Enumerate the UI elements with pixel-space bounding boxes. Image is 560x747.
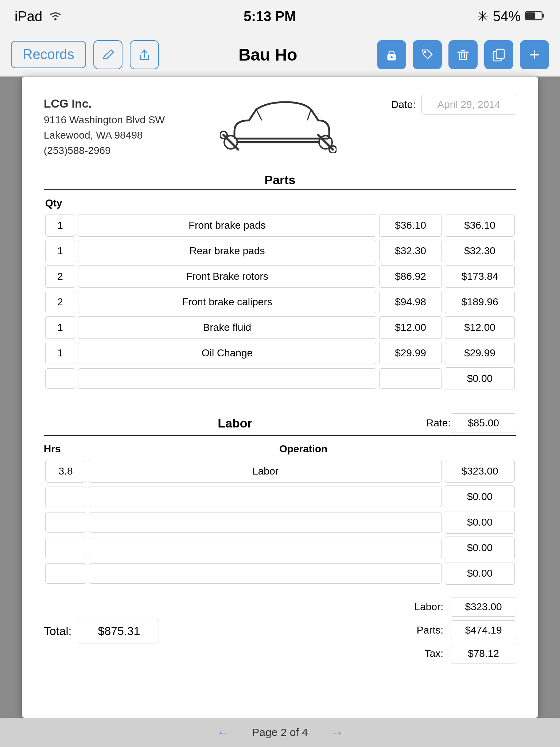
tag-button[interactable]	[413, 40, 442, 69]
labor-hrs-2[interactable]	[45, 512, 86, 533]
company-name: LCG Inc.	[44, 95, 165, 112]
parts-price-3[interactable]: $94.98	[379, 291, 442, 313]
svg-point-6	[424, 51, 426, 53]
total-left: Total: $875.31	[44, 619, 159, 643]
parts-price-1[interactable]: $32.30	[379, 240, 442, 262]
labor-cost-3[interactable]: $0.00	[445, 537, 515, 559]
parts-total-1[interactable]: $32.30	[445, 240, 515, 262]
parts-price-2[interactable]: $86.92	[379, 265, 442, 288]
page-indicator: Page 2 of 4	[252, 726, 308, 739]
parts-row: 1 Rear brake pads $32.30 $32.30	[44, 238, 516, 264]
labor-row: $0.00	[44, 561, 516, 586]
parts-qty-3[interactable]: 2	[45, 291, 75, 313]
parts-qty-0[interactable]: 1	[45, 214, 75, 237]
status-time: 5:13 PM	[244, 9, 296, 24]
page-title: Bau Ho	[238, 45, 297, 65]
labor-title: Labor	[44, 416, 426, 430]
parts-desc-6[interactable]	[78, 368, 376, 389]
tax-summary-row: Tax: $78.12	[400, 644, 516, 663]
next-page-button[interactable]: →	[330, 725, 344, 740]
labor-cost-1[interactable]: $0.00	[445, 485, 515, 508]
labor-hrs-3[interactable]	[45, 538, 86, 558]
svg-rect-2	[542, 14, 544, 18]
records-button[interactable]: Records	[11, 41, 86, 68]
labor-header-row: Labor Rate: $85.00	[44, 413, 516, 433]
op-header: Operation	[90, 443, 516, 455]
parts-desc-0[interactable]: Front brake pads	[78, 214, 376, 237]
labor-hrs-4[interactable]	[45, 563, 86, 584]
labor-hrs-0[interactable]: 3.8	[45, 460, 86, 483]
parts-total-0[interactable]: $36.10	[445, 214, 515, 237]
total-label: Total:	[44, 624, 71, 638]
parts-total-5[interactable]: $29.99	[445, 342, 515, 364]
labor-col-headers: Hrs Operation	[44, 443, 516, 455]
labor-cost-0[interactable]: $323.00	[445, 460, 515, 483]
parts-summary-value[interactable]: $474.19	[451, 620, 516, 640]
labor-hrs-1[interactable]	[45, 487, 86, 507]
parts-price-5[interactable]: $29.99	[379, 342, 442, 364]
document-header: LCG Inc. 9116 Washington Blvd SW Lakewoo…	[44, 95, 516, 158]
battery-label: 54%	[493, 9, 521, 24]
total-value[interactable]: $875.31	[79, 619, 159, 643]
share-button[interactable]	[130, 40, 159, 69]
parts-price-6[interactable]	[379, 368, 442, 389]
parts-desc-5[interactable]: Oil Change	[78, 342, 376, 364]
labor-section: Labor Rate: $85.00 Hrs Operation 3.8 Lab…	[44, 413, 516, 586]
hrs-header: Hrs	[44, 443, 88, 455]
parts-qty-4[interactable]: 1	[45, 316, 75, 339]
parts-qty-2[interactable]: 2	[45, 265, 75, 288]
parts-price-4[interactable]: $12.00	[379, 316, 442, 339]
status-left: iPad	[15, 9, 63, 24]
parts-price-0[interactable]: $36.10	[379, 214, 442, 237]
parts-desc-4[interactable]: Brake fluid	[78, 316, 376, 339]
labor-row: $0.00	[44, 510, 516, 535]
status-bar: iPad 5:13 PM ✳ 54%	[0, 0, 560, 33]
parts-total-4[interactable]: $12.00	[445, 316, 515, 339]
svg-point-0	[54, 18, 57, 20]
rate-label: Rate:	[426, 417, 451, 429]
toolbar-right: +	[377, 40, 549, 69]
parts-qty-6[interactable]	[45, 368, 75, 389]
wifi-icon	[48, 9, 63, 24]
labor-op-4[interactable]	[89, 563, 442, 584]
lock-button[interactable]	[377, 40, 406, 69]
trash-button[interactable]	[448, 40, 478, 69]
labor-cost-4[interactable]: $0.00	[445, 562, 515, 585]
labor-op-3[interactable]	[89, 538, 442, 558]
qty-header: Qty	[44, 197, 516, 209]
labor-op-0[interactable]: Labor	[89, 460, 442, 483]
parts-total-6[interactable]: $0.00	[445, 367, 515, 390]
rate-value[interactable]: $85.00	[451, 413, 516, 433]
parts-row: 1 Front brake pads $36.10 $36.10	[44, 213, 516, 238]
labor-op-2[interactable]	[89, 512, 442, 533]
parts-desc-2[interactable]: Front Brake rotors	[78, 265, 376, 288]
tax-summary-value[interactable]: $78.12	[451, 644, 516, 663]
parts-row: $0.00	[44, 366, 516, 391]
labor-cost-2[interactable]: $0.00	[445, 511, 515, 534]
parts-qty-5[interactable]: 1	[45, 342, 75, 364]
add-button[interactable]: +	[520, 40, 549, 69]
edit-button[interactable]	[93, 40, 122, 69]
date-value[interactable]: April 29, 2014	[421, 95, 516, 115]
labor-row: $0.00	[44, 535, 516, 561]
bottom-bar: ← Page 2 of 4 →	[0, 718, 560, 747]
parts-summary-label: Parts:	[400, 624, 443, 636]
copy-button[interactable]	[484, 40, 513, 69]
car-logo	[165, 95, 391, 153]
summary-section: Total: $875.31 Labor: $323.00 Parts: $47…	[44, 597, 516, 663]
toolbar-left: Records	[11, 40, 159, 69]
labor-summary-value[interactable]: $323.00	[451, 597, 516, 617]
parts-desc-3[interactable]: Front brake calipers	[78, 291, 376, 313]
parts-total-3[interactable]: $189.96	[445, 291, 515, 313]
parts-row: 2 Front Brake rotors $86.92 $173.84	[44, 264, 516, 289]
parts-total-2[interactable]: $173.84	[445, 265, 515, 288]
svg-point-5	[390, 56, 393, 58]
labor-row: 3.8 Labor $323.00	[44, 458, 516, 484]
labor-row: $0.00	[44, 484, 516, 510]
parts-desc-1[interactable]: Rear brake pads	[78, 240, 376, 262]
company-address2: Lakewood, WA 98498	[44, 128, 165, 143]
prev-page-button[interactable]: ←	[216, 725, 230, 740]
svg-rect-8	[496, 49, 504, 59]
parts-qty-1[interactable]: 1	[45, 240, 75, 262]
labor-op-1[interactable]	[89, 487, 442, 507]
